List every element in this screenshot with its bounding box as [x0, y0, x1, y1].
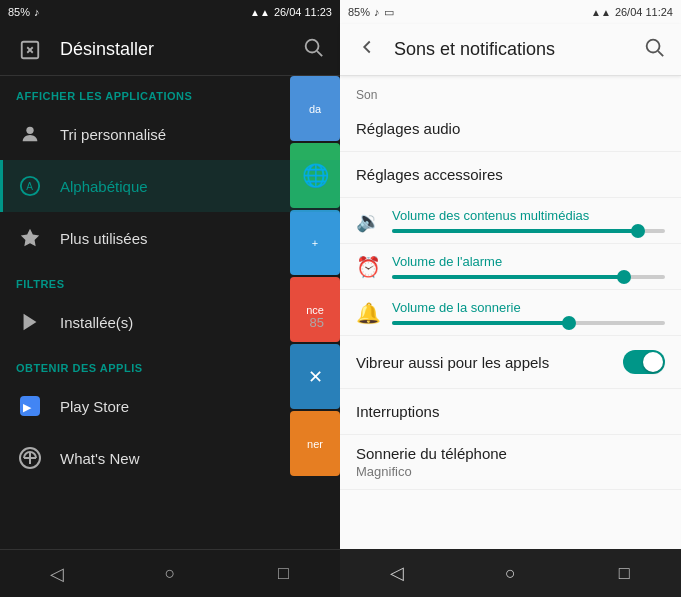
- nav-recent-left[interactable]: □: [263, 554, 303, 594]
- header-left: Désinstaller: [0, 24, 340, 76]
- vibreur-label: Vibreur aussi pour les appels: [356, 354, 623, 371]
- slider-multimedia-label: Volume des contenus multimédias: [392, 208, 665, 223]
- battery-left: 85%: [8, 6, 30, 18]
- status-right-group-right: ▲▲ 26/04 11:24: [591, 6, 673, 18]
- signal-icon-right: ▲▲: [591, 7, 611, 18]
- nav-back-left[interactable]: ◁: [37, 554, 77, 594]
- svg-marker-9: [24, 314, 37, 331]
- plus-label: Plus utilisées: [60, 230, 324, 247]
- nav-bar-right: ◁ ○ □: [340, 549, 681, 597]
- nav-back-right[interactable]: ◁: [377, 553, 417, 593]
- person-icon: [16, 120, 44, 148]
- screen-icon-right: ▭: [384, 6, 394, 19]
- header-right: Sons et notifications: [340, 24, 681, 76]
- svg-text:▶: ▶: [23, 401, 32, 413]
- section-label-obtenir: OBTENIR DES APPLIS: [0, 348, 340, 380]
- slider-multimedia-container: Volume des contenus multimédias: [392, 208, 665, 233]
- vibreur-toggle-row: Vibreur aussi pour les appels: [340, 336, 681, 389]
- alpha-label: Alphabétique: [60, 178, 324, 195]
- status-right-group-left: ▲▲ 26/04 11:23: [250, 6, 332, 18]
- uninstall-icon: [16, 36, 44, 64]
- tri-label: Tri personnalisé: [60, 126, 324, 143]
- reglages-audio-label: Réglages audio: [356, 120, 460, 137]
- battery-right: 85%: [348, 6, 370, 18]
- svg-line-16: [658, 51, 663, 56]
- right-panel: 85% ♪ ▭ ▲▲ 26/04 11:24 Sons et notificat…: [340, 0, 681, 597]
- installee-label: Installée(s): [60, 314, 294, 331]
- status-bar-right: 85% ♪ ▭ ▲▲ 26/04 11:24: [340, 0, 681, 24]
- right-panel-title: Sons et notifications: [394, 39, 627, 60]
- whatsnew-label: What's New: [60, 450, 324, 467]
- slider-alarme-label: Volume de l'alarme: [392, 254, 665, 269]
- slider-sonnerie-container: Volume de la sonnerie: [392, 300, 665, 325]
- slider-alarme-container: Volume de l'alarme: [392, 254, 665, 279]
- left-panel: 85% ♪ ▲▲ 26/04 11:23 Désinstaller da 🌐: [0, 0, 340, 597]
- status-left-group-right: 85% ♪ ▭: [348, 6, 394, 19]
- signal-icon-left: ▲▲: [250, 7, 270, 18]
- vibreur-toggle[interactable]: [623, 350, 665, 374]
- alpha-icon: A: [16, 172, 44, 200]
- music-icon-right: ♪: [374, 6, 380, 18]
- menu-item-tri[interactable]: Tri personnalisé: [0, 108, 340, 160]
- reglages-accessoires-item[interactable]: Réglages accessoires: [340, 152, 681, 198]
- status-bar-left: 85% ♪ ▲▲ 26/04 11:23: [0, 0, 340, 24]
- back-icon[interactable]: [356, 36, 378, 63]
- whatsnew-icon: [16, 444, 44, 472]
- svg-marker-8: [21, 229, 39, 246]
- volume-sonnerie-icon: 🔔: [356, 301, 380, 325]
- search-icon-left[interactable]: [302, 36, 324, 63]
- nav-bar-left: ◁ ○ □: [0, 549, 340, 597]
- store-icon: ▶: [16, 392, 44, 420]
- svg-point-3: [306, 40, 319, 53]
- sonnerie-sub: Magnifico: [356, 464, 665, 479]
- nav-recent-right[interactable]: □: [604, 553, 644, 593]
- time-right: 26/04 11:24: [615, 6, 673, 18]
- star-icon: [16, 224, 44, 252]
- son-section-label: Son: [340, 76, 681, 106]
- svg-point-15: [647, 40, 660, 53]
- reglages-accessoires-label: Réglages accessoires: [356, 166, 503, 183]
- nav-home-right[interactable]: ○: [490, 553, 530, 593]
- reglages-audio-item[interactable]: Réglages audio: [340, 106, 681, 152]
- slider-multimedia-track[interactable]: [392, 229, 665, 233]
- slider-alarme-track[interactable]: [392, 275, 665, 279]
- interruptions-label: Interruptions: [356, 403, 439, 420]
- play-icon: [16, 308, 44, 336]
- time-left: 26/04 11:23: [274, 6, 332, 18]
- sonnerie-title: Sonnerie du téléphone: [356, 445, 665, 462]
- svg-text:A: A: [26, 181, 33, 192]
- slider-sonnerie-track[interactable]: [392, 321, 665, 325]
- left-panel-title: Désinstaller: [60, 39, 286, 60]
- slider-sonnerie-label: Volume de la sonnerie: [392, 300, 665, 315]
- volume-alarme-icon: ⏰: [356, 255, 380, 279]
- interruptions-item[interactable]: Interruptions: [340, 389, 681, 435]
- left-content: AFFICHER LES APPLICATIONS Tri personnali…: [0, 76, 340, 597]
- menu-item-playstore[interactable]: ▶ Play Store: [0, 380, 340, 432]
- svg-line-4: [317, 51, 322, 56]
- music-icon-left: ♪: [34, 6, 40, 18]
- slider-row-alarme: ⏰ Volume de l'alarme: [340, 244, 681, 290]
- svg-point-5: [26, 127, 33, 134]
- sonnerie-row[interactable]: Sonnerie du téléphone Magnifico: [340, 435, 681, 490]
- section-label-filtres: FILTRES: [0, 264, 340, 296]
- menu-item-whatsnew[interactable]: What's New: [0, 432, 340, 484]
- status-left-group: 85% ♪: [8, 6, 40, 18]
- menu-item-installee[interactable]: Installée(s) 85: [0, 296, 340, 348]
- slider-row-sonnerie: 🔔 Volume de la sonnerie: [340, 290, 681, 336]
- section-label-afficher: AFFICHER LES APPLICATIONS: [0, 76, 340, 108]
- volume-multimedia-icon: 🔉: [356, 209, 380, 233]
- menu-item-alpha[interactable]: A Alphabétique: [0, 160, 340, 212]
- slider-row-multimedia: 🔉 Volume des contenus multimédias: [340, 198, 681, 244]
- nav-home-left[interactable]: ○: [150, 554, 190, 594]
- playstore-label: Play Store: [60, 398, 324, 415]
- menu-item-plus[interactable]: Plus utilisées: [0, 212, 340, 264]
- search-icon-right[interactable]: [643, 36, 665, 63]
- right-content: Son Réglages audio Réglages accessoires …: [340, 76, 681, 597]
- installee-badge: 85: [310, 315, 324, 330]
